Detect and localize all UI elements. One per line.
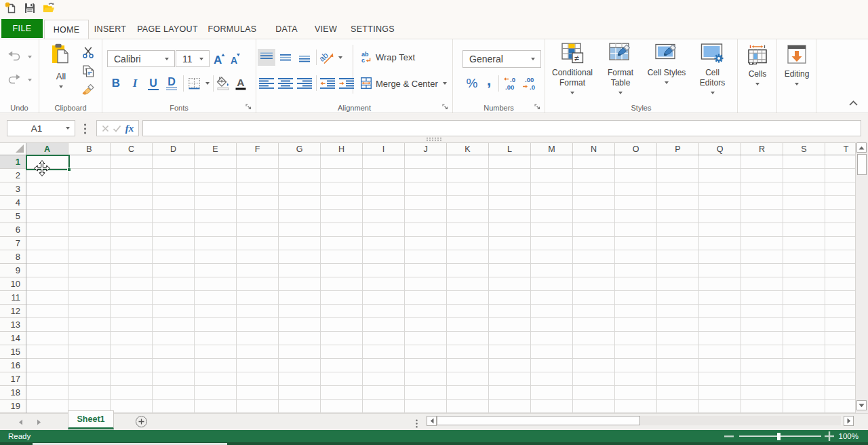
scroll-down-button[interactable] (856, 400, 867, 410)
zoom-out-icon[interactable] (724, 433, 734, 439)
row-header-18[interactable]: 18 (0, 386, 26, 400)
tab-settings[interactable]: SETTINGS (340, 20, 406, 39)
row-header-6[interactable]: 6 (0, 223, 26, 237)
orientation-dropdown[interactable] (336, 53, 344, 62)
vertical-scrollbar[interactable] (855, 142, 868, 413)
column-header-C[interactable]: C (111, 143, 153, 155)
double-underline-button[interactable]: D (163, 75, 180, 92)
row-header-15[interactable]: 15 (0, 345, 26, 359)
align-top-button[interactable] (258, 49, 275, 66)
copy-button[interactable] (81, 64, 96, 78)
format-table-button[interactable]: Format Table (597, 43, 644, 94)
numbers-dialog-launcher[interactable] (534, 104, 541, 111)
font-size-dropdown[interactable] (199, 58, 203, 60)
vertical-scroll-thumb[interactable] (857, 154, 867, 175)
column-header-P[interactable]: P (657, 143, 699, 155)
column-header-D[interactable]: D (153, 143, 195, 155)
column-header-F[interactable]: F (237, 143, 279, 155)
horizontal-scroll-thumb[interactable] (437, 416, 640, 425)
column-header-Q[interactable]: Q (699, 143, 741, 155)
decrease-indent-button[interactable] (318, 75, 337, 92)
editing-button[interactable]: Editing (782, 45, 812, 85)
borders-dropdown[interactable] (203, 79, 212, 88)
editing-dropdown[interactable] (795, 83, 799, 85)
open-folder-icon[interactable] (43, 2, 55, 14)
fonts-dialog-launcher[interactable] (245, 104, 252, 111)
enter-icon[interactable] (113, 125, 121, 132)
column-header-S[interactable]: S (783, 143, 825, 155)
row-header-17[interactable]: 17 (0, 372, 26, 386)
row-header-5[interactable]: 5 (0, 210, 26, 223)
orientation-button[interactable]: ab (318, 48, 337, 66)
fill-handle[interactable] (67, 168, 71, 172)
formula-bar-drag-dots[interactable] (83, 123, 87, 134)
row-header-9[interactable]: 9 (0, 264, 26, 277)
column-header-H[interactable]: H (321, 143, 363, 155)
new-file-icon[interactable] (5, 2, 17, 14)
redo-button[interactable] (5, 72, 23, 87)
zoom-slider-thumb[interactable] (777, 433, 781, 440)
redo-dropdown[interactable] (26, 76, 34, 84)
decrease-font-button[interactable]: A (229, 50, 243, 67)
italic-button[interactable]: I (128, 75, 142, 92)
conditional-format-button[interactable]: ≠ Conditional Format (548, 43, 597, 94)
cell-editors-button[interactable]: Cell Editors (690, 43, 735, 94)
row-header-7[interactable]: 7 (0, 237, 26, 250)
tab-file[interactable]: FILE (1, 19, 43, 38)
align-right-button[interactable] (296, 75, 313, 92)
column-header-M[interactable]: M (531, 143, 573, 155)
conditional-format-dropdown[interactable] (570, 92, 574, 94)
add-sheet-button[interactable] (136, 416, 147, 427)
increase-decimal-button[interactable]: .00 .0 (521, 75, 538, 92)
tab-formulas[interactable]: FORMULAS (203, 20, 261, 39)
format-table-dropdown[interactable] (618, 92, 623, 94)
column-header-K[interactable]: K (447, 143, 489, 155)
wrap-text-label-wrap[interactable]: Wrap Text (376, 49, 415, 65)
row-header-13[interactable]: 13 (0, 318, 26, 332)
cell-styles-button[interactable]: Cell Styles (644, 43, 689, 84)
row-header-8[interactable]: 8 (0, 250, 26, 264)
scroll-left-button[interactable] (427, 416, 437, 426)
paste-dropdown[interactable] (59, 85, 63, 88)
row-header-12[interactable]: 12 (0, 305, 26, 318)
merge-center-label-wrap[interactable]: Merge & Center (376, 75, 438, 92)
column-header-G[interactable]: G (279, 143, 321, 155)
select-all-corner[interactable] (0, 142, 26, 155)
cut-button[interactable] (81, 45, 96, 59)
merge-center-button[interactable] (360, 76, 372, 90)
row-header-3[interactable]: 3 (0, 182, 26, 196)
row-header-4[interactable]: 4 (0, 196, 26, 210)
column-header-E[interactable]: E (195, 143, 237, 155)
tab-home[interactable]: HOME (44, 20, 89, 39)
bold-button[interactable]: B (108, 75, 124, 92)
fx-icon[interactable]: fx (125, 123, 134, 134)
undo-button[interactable] (5, 49, 23, 64)
column-header-B[interactable]: B (68, 143, 111, 155)
scroll-up-button[interactable] (856, 142, 867, 153)
tab-data[interactable]: DATA (261, 20, 312, 39)
row-header-1[interactable]: 1 (0, 155, 26, 169)
cells-dropdown[interactable] (755, 83, 760, 85)
increase-indent-button[interactable] (337, 75, 356, 92)
alignment-dialog-launcher[interactable] (442, 104, 449, 111)
align-center-button[interactable] (277, 75, 294, 92)
row-header-16[interactable]: 16 (0, 359, 26, 372)
align-middle-button[interactable] (277, 49, 294, 66)
row-header-19[interactable]: 19 (0, 400, 26, 413)
column-header-I[interactable]: I (363, 143, 405, 155)
comma-button[interactable]: , (483, 71, 495, 89)
sheet-bar-drag-dots[interactable] (415, 419, 418, 428)
sheet-tab-sheet1[interactable]: Sheet1 (68, 410, 114, 429)
name-box-dropdown[interactable] (66, 127, 70, 130)
cells-canvas[interactable] (26, 155, 855, 413)
fill-color-button[interactable] (215, 75, 231, 92)
save-icon[interactable] (24, 2, 36, 14)
number-format-dropdown[interactable] (531, 58, 535, 60)
sheet-nav-next[interactable] (35, 418, 43, 426)
tab-view[interactable]: VIEW (312, 20, 340, 39)
cell-editors-dropdown[interactable] (711, 92, 715, 94)
number-format-combobox[interactable]: General (462, 50, 541, 68)
name-box[interactable]: A1 (7, 120, 75, 136)
align-bottom-button[interactable] (296, 49, 313, 66)
column-header-N[interactable]: N (573, 143, 615, 155)
